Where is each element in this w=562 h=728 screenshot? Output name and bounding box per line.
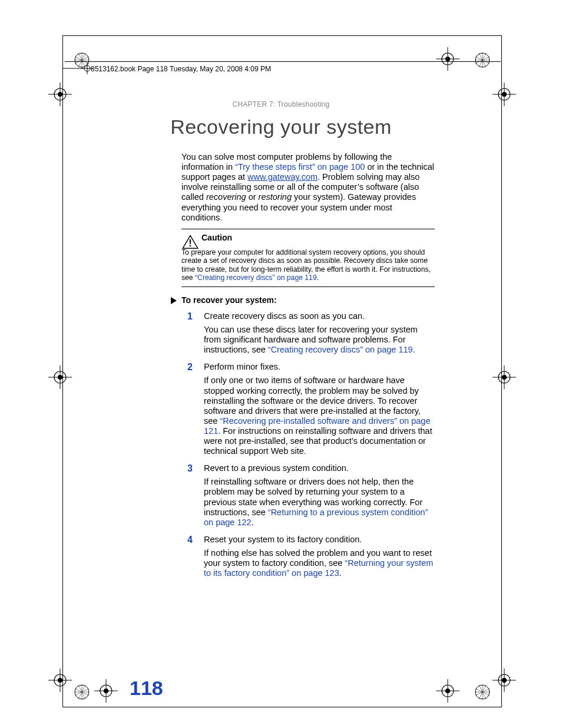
triangle-right-icon: [171, 297, 177, 307]
step: 3 Revert to a previous system condition.…: [181, 463, 435, 528]
step-number: 2: [187, 362, 193, 373]
page-number: 118: [130, 677, 163, 700]
step-number: 3: [187, 463, 193, 475]
step-title: Perform minor fixes.: [204, 362, 435, 372]
step-body-text: .: [339, 568, 342, 578]
xref-try-these-steps[interactable]: “Try these steps first” on page 100: [235, 162, 365, 172]
link-gateway[interactable]: www.gateway.com: [247, 172, 318, 182]
xref-creating-recovery-discs[interactable]: “Creating recovery discs” on page 119: [268, 345, 413, 354]
intro-paragraph: You can solve most computer problems by …: [181, 152, 435, 223]
term-recovering: recovering: [206, 192, 246, 202]
step-body-text: .: [413, 345, 415, 354]
step: 1 Create recovery discs as soon as you c…: [181, 311, 435, 355]
step-body-text: . For instructions on reinstalling softw…: [204, 426, 432, 456]
procedure-heading-text: To recover your system:: [181, 295, 277, 305]
caution-icon: !: [181, 234, 199, 249]
svg-marker-47: [171, 297, 177, 304]
step: 2 Perform minor fixes. If only one or tw…: [181, 362, 435, 456]
step-body-text: .: [252, 518, 254, 527]
section-title: Recovering your system: [0, 116, 562, 139]
body-column: You can solve most computer problems by …: [181, 152, 435, 578]
caution-label: Caution: [201, 233, 232, 242]
term-restoring: restoring: [259, 192, 292, 202]
step-title: Create recovery discs as soon as you can…: [204, 311, 435, 321]
caution-text: .: [317, 274, 319, 282]
step-title: Revert to a previous system condition.: [204, 463, 435, 473]
xref-creating-recovery-discs[interactable]: “Creating recovery discs” on page 119: [195, 274, 317, 282]
page: 8513162.book Page 118 Tuesday, May 20, 2…: [0, 0, 562, 728]
crop-header-text: 8513162.book Page 118 Tuesday, May 20, 2…: [91, 65, 271, 73]
intro-text: or: [246, 192, 259, 202]
step-number: 1: [187, 311, 193, 322]
step-number: 4: [187, 535, 193, 546]
chapter-header: CHAPTER 7: Troubleshooting: [0, 100, 562, 108]
step-title: Reset your system to its factory conditi…: [204, 535, 435, 545]
header-rule: [65, 61, 501, 62]
procedure-heading: To recover your system:: [181, 295, 435, 305]
step: 4 Reset your system to its factory condi…: [181, 535, 435, 578]
caution-box: ! Caution To prepare your computer for a…: [181, 229, 435, 288]
svg-text:!: !: [189, 238, 191, 248]
